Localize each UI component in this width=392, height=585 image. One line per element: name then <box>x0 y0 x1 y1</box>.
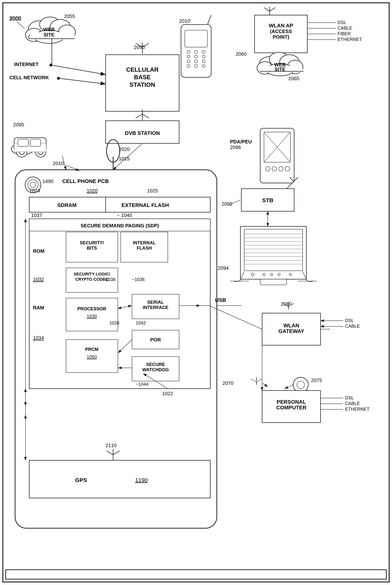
svg-rect-213 <box>262 313 320 345</box>
svg-line-39 <box>59 78 106 84</box>
svg-rect-27 <box>106 121 179 143</box>
svg-text:SECURITY/: SECURITY/ <box>80 240 104 245</box>
svg-text:WLAN: WLAN <box>284 323 299 328</box>
svg-text:~1044: ~1044 <box>136 382 148 387</box>
svg-text:CELL PHONE PCB: CELL PHONE PCB <box>62 178 109 184</box>
svg-text:2110: 2110 <box>106 443 116 448</box>
svg-rect-128 <box>66 268 118 292</box>
svg-rect-190 <box>244 229 303 271</box>
svg-rect-82 <box>260 66 303 72</box>
svg-text:1190: 1190 <box>135 477 148 483</box>
svg-text:EXTERNAL FLASH: EXTERNAL FLASH <box>122 202 169 208</box>
svg-text:1022: 1022 <box>162 391 173 396</box>
svg-rect-109 <box>29 197 210 212</box>
svg-point-179 <box>285 167 290 171</box>
svg-text:2070: 2070 <box>222 380 234 386</box>
svg-point-176 <box>266 167 270 171</box>
svg-text:~1036: ~1036 <box>132 277 144 282</box>
svg-text:BASE: BASE <box>134 74 151 81</box>
svg-point-50 <box>202 55 205 58</box>
svg-rect-6 <box>3 3 389 582</box>
svg-line-181 <box>229 200 240 205</box>
svg-point-205 <box>289 273 292 276</box>
svg-rect-13 <box>29 32 74 40</box>
svg-text:GATEWAY: GATEWAY <box>278 328 304 334</box>
svg-rect-18 <box>106 55 179 111</box>
svg-text:1042: 1042 <box>136 320 146 325</box>
svg-point-47 <box>202 50 205 53</box>
svg-point-56 <box>202 65 205 68</box>
svg-text:(ACCESS: (ACCESS <box>270 29 292 34</box>
svg-rect-97 <box>15 170 217 528</box>
svg-text:DSL: DSL <box>345 318 354 323</box>
svg-line-151 <box>118 340 132 353</box>
svg-rect-125 <box>121 232 168 262</box>
svg-line-65 <box>270 8 275 11</box>
svg-line-211 <box>288 303 294 307</box>
svg-point-204 <box>278 273 280 276</box>
svg-line-24 <box>136 43 142 47</box>
svg-text:INTERNAL: INTERNAL <box>133 240 156 245</box>
svg-text:PRCM: PRCM <box>85 347 98 352</box>
svg-text:SDRAM: SDRAM <box>57 202 77 208</box>
svg-line-30 <box>136 114 142 118</box>
svg-text:FIBER: FIBER <box>338 31 351 36</box>
svg-rect-115 <box>29 219 210 389</box>
svg-text:1490: 1490 <box>42 179 53 184</box>
svg-rect-146 <box>132 357 179 381</box>
svg-text:SECURITY LOGIC/: SECURITY LOGIC/ <box>74 272 110 276</box>
svg-text:DSL: DSL <box>345 395 354 400</box>
svg-text:POR: POR <box>150 337 161 343</box>
svg-line-241 <box>209 306 262 329</box>
svg-text:2075: 2075 <box>311 377 322 383</box>
svg-point-38 <box>57 77 60 80</box>
svg-line-175 <box>264 132 290 162</box>
svg-point-80 <box>257 62 273 74</box>
svg-point-78 <box>280 55 299 70</box>
svg-point-76 <box>259 57 280 72</box>
svg-text:CABLE: CABLE <box>338 26 352 31</box>
svg-text:ROM: ROM <box>33 248 44 254</box>
svg-point-104 <box>106 140 120 162</box>
svg-line-186 <box>294 177 298 182</box>
svg-line-223 <box>256 379 262 382</box>
svg-rect-133 <box>66 298 118 331</box>
svg-point-8 <box>40 17 60 32</box>
svg-text:WLAN AP: WLAN AP <box>269 23 293 29</box>
svg-text:WEB: WEB <box>274 62 286 68</box>
svg-point-178 <box>279 167 283 171</box>
svg-text:SITE: SITE <box>274 67 286 72</box>
svg-text:2095: 2095 <box>13 122 24 128</box>
svg-text:WEB: WEB <box>43 27 55 32</box>
svg-point-35 <box>50 64 52 67</box>
svg-line-157 <box>143 373 168 389</box>
svg-text:CELLULAR: CELLULAR <box>126 66 158 73</box>
svg-rect-122 <box>66 232 118 262</box>
svg-rect-230 <box>262 390 320 423</box>
svg-point-88 <box>11 143 34 155</box>
svg-text:2060: 2060 <box>236 51 247 57</box>
svg-text:INTERNET: INTERNET <box>14 62 39 67</box>
svg-point-52 <box>194 60 198 63</box>
svg-text:2055: 2055 <box>64 14 75 19</box>
svg-text:DSL: DSL <box>338 20 346 25</box>
svg-point-48 <box>187 55 190 58</box>
svg-text:PERSONAL: PERSONAL <box>276 399 306 405</box>
svg-point-100 <box>30 182 36 188</box>
svg-text:RAM: RAM <box>33 305 44 311</box>
svg-text:CABLE: CABLE <box>345 324 360 329</box>
svg-text:1037: 1037 <box>31 212 42 218</box>
svg-text:SERIAL: SERIAL <box>147 300 164 305</box>
svg-rect-172 <box>260 128 294 183</box>
svg-text:2080: 2080 <box>281 301 292 307</box>
svg-line-166 <box>113 451 120 455</box>
svg-point-46 <box>194 50 198 53</box>
ref-2000-label: 2000 <box>10 15 21 21</box>
svg-text:2010': 2010' <box>179 18 191 24</box>
svg-text:2050: 2050 <box>134 45 145 50</box>
svg-line-42 <box>17 22 24 28</box>
svg-point-10 <box>58 25 76 39</box>
svg-text:BITS: BITS <box>87 245 97 251</box>
svg-rect-96 <box>30 139 40 146</box>
svg-rect-44 <box>185 30 208 47</box>
